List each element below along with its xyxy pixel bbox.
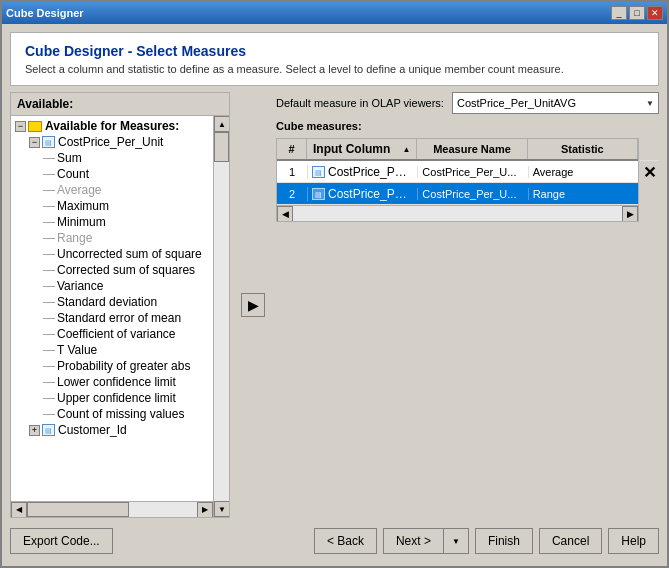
- tree-item[interactable]: —Range: [13, 230, 211, 246]
- tree-item[interactable]: —Corrected sum of squares: [13, 262, 211, 278]
- page-subtitle: Select a column and statistic to define …: [25, 63, 644, 75]
- tree-item[interactable]: —Lower confidence limit: [13, 374, 211, 390]
- page-title: Cube Designer - Select Measures: [25, 43, 644, 59]
- default-measure-dropdown[interactable]: CostPrice_Per_UnitAVG ▼: [452, 92, 659, 114]
- tree-item[interactable]: —Maximum: [13, 198, 211, 214]
- tree-area[interactable]: −Available for Measures:−▤CostPrice_Per_…: [11, 116, 213, 501]
- tree-item[interactable]: —Sum: [13, 150, 211, 166]
- scroll-down-btn[interactable]: ▼: [214, 501, 229, 517]
- right-panel: Default measure in OLAP viewers: CostPri…: [276, 92, 659, 518]
- default-measure-row: Default measure in OLAP viewers: CostPri…: [276, 92, 659, 114]
- title-bar: Cube Designer _ □ ✕: [2, 2, 667, 24]
- back-button[interactable]: < Back: [314, 528, 377, 554]
- title-bar-buttons: _ □ ✕: [611, 6, 663, 20]
- table-scroll-bar[interactable]: ◀ ▶: [277, 205, 638, 221]
- tree-item[interactable]: —Coefficient of variance: [13, 326, 211, 342]
- next-button-group: Next > ▼: [383, 528, 469, 554]
- scroll-right-btn[interactable]: ▶: [197, 502, 213, 518]
- measures-table: # Input Column ▲ Measure Name Statistic …: [276, 138, 639, 222]
- tree-scroll: −Available for Measures:−▤CostPrice_Per_…: [11, 116, 213, 517]
- tree-item[interactable]: —Count: [13, 166, 211, 182]
- tree-item[interactable]: —Probability of greater abs: [13, 358, 211, 374]
- main-area: Available: −Available for Measures:−▤Cos…: [10, 92, 659, 518]
- help-button[interactable]: Help: [608, 528, 659, 554]
- measures-table-wrap: # Input Column ▲ Measure Name Statistic …: [276, 138, 639, 222]
- tree-item[interactable]: —Standard error of mean: [13, 310, 211, 326]
- export-code-button[interactable]: Export Code...: [10, 528, 113, 554]
- left-panel-inner: −Available for Measures:−▤CostPrice_Per_…: [11, 116, 229, 517]
- maximize-button[interactable]: □: [629, 6, 645, 20]
- title-bar-text: Cube Designer: [6, 7, 84, 19]
- tree-item[interactable]: —Average: [13, 182, 211, 198]
- bottom-bar: Export Code... < Back Next > ▼ Finish Ca…: [10, 524, 659, 558]
- tree-item[interactable]: −Available for Measures:: [13, 118, 211, 134]
- table-header: # Input Column ▲ Measure Name Statistic: [277, 139, 638, 161]
- sort-icon: ▲: [402, 145, 410, 154]
- delete-row2-button[interactable]: ✕: [639, 161, 659, 183]
- scroll-left-btn[interactable]: ◀: [11, 502, 27, 518]
- cancel-button[interactable]: Cancel: [539, 528, 602, 554]
- next-dropdown-button[interactable]: ▼: [443, 528, 469, 554]
- scroll-up-btn[interactable]: ▲: [214, 116, 229, 132]
- left-panel: Available: −Available for Measures:−▤Cos…: [10, 92, 230, 518]
- cube-measures-label: Cube measures:: [276, 120, 659, 132]
- add-measure-button[interactable]: ▶: [241, 293, 265, 317]
- col-header-input: Input Column ▲: [307, 139, 417, 159]
- table-scroll-left[interactable]: ◀: [277, 206, 293, 222]
- table-row[interactable]: 2▤CostPrice_Per_UnitCostPrice_Per_U...Ra…: [277, 183, 638, 205]
- next-button[interactable]: Next >: [383, 528, 443, 554]
- default-measure-label: Default measure in OLAP viewers:: [276, 97, 444, 109]
- close-button[interactable]: ✕: [647, 6, 663, 20]
- table-scroll-right[interactable]: ▶: [622, 206, 638, 222]
- finish-button[interactable]: Finish: [475, 528, 533, 554]
- tree-item[interactable]: —Minimum: [13, 214, 211, 230]
- measures-row: # Input Column ▲ Measure Name Statistic …: [276, 138, 659, 222]
- tree-item[interactable]: —Uncorrected sum of square: [13, 246, 211, 262]
- delete-column: ✕: [639, 138, 659, 183]
- minimize-button[interactable]: _: [611, 6, 627, 20]
- delete-row1: [639, 139, 659, 161]
- scrollbar-vertical[interactable]: ▲ ▼: [213, 116, 229, 517]
- col-header-num: #: [277, 139, 307, 159]
- arrow-area: ▶: [238, 92, 268, 518]
- bottom-left-buttons: Export Code...: [10, 528, 113, 554]
- tree-item[interactable]: −▤CostPrice_Per_Unit: [13, 134, 211, 150]
- available-label: Available:: [11, 93, 229, 116]
- col-header-statistic: Statistic: [528, 139, 638, 159]
- bottom-right-buttons: < Back Next > ▼ Finish Cancel Help: [314, 528, 659, 554]
- tree-item[interactable]: —T Value: [13, 342, 211, 358]
- tree-item[interactable]: —Variance: [13, 278, 211, 294]
- table-row[interactable]: 1▤CostPrice_Per_UnitCostPrice_Per_U...Av…: [277, 161, 638, 183]
- window: Cube Designer _ □ ✕ Cube Designer - Sele…: [0, 0, 669, 568]
- content-area: Cube Designer - Select Measures Select a…: [2, 24, 667, 566]
- default-measure-value: CostPrice_Per_UnitAVG: [457, 97, 576, 109]
- tree-item[interactable]: —Standard deviation: [13, 294, 211, 310]
- col-header-measure: Measure Name: [417, 139, 527, 159]
- tree-item[interactable]: +▤Customer_Id: [13, 422, 211, 438]
- tree-item[interactable]: —Upper confidence limit: [13, 390, 211, 406]
- header-section: Cube Designer - Select Measures Select a…: [10, 32, 659, 86]
- tree-item[interactable]: —Count of missing values: [13, 406, 211, 422]
- scrollbar-horizontal[interactable]: ◀ ▶: [11, 501, 213, 517]
- table-body: 1▤CostPrice_Per_UnitCostPrice_Per_U...Av…: [277, 161, 638, 205]
- dropdown-arrow-icon: ▼: [646, 99, 654, 108]
